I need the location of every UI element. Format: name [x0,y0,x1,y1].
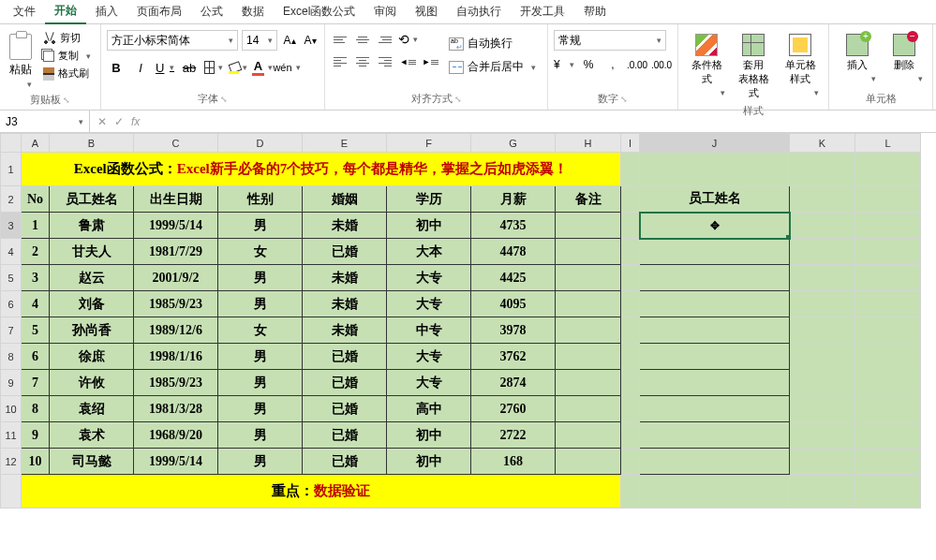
cell-L8[interactable] [855,344,921,370]
row-header-12[interactable]: 12 [1,449,22,475]
cell-K11[interactable] [790,422,855,449]
cell-I4[interactable] [621,239,640,265]
delete-cells-button[interactable]: 删除▾ [882,30,927,87]
cell-G3[interactable]: 4735 [471,213,556,239]
cell-I10[interactable] [621,396,640,422]
border-button[interactable]: ▾ [204,58,223,77]
align-center-button[interactable] [353,52,372,71]
cell-J6[interactable] [640,291,790,317]
cell-E7[interactable]: 未婚 [303,317,387,344]
cell-B10[interactable]: 袁绍 [50,396,134,422]
cell-G5[interactable]: 4425 [471,265,556,291]
col-header-K[interactable]: K [790,134,855,153]
row-header-4[interactable]: 4 [1,239,22,265]
strike-button[interactable]: ab [180,58,199,77]
col-header-D[interactable]: D [218,134,303,153]
col-header-C[interactable]: C [134,134,218,153]
cell-C7[interactable]: 1989/12/6 [134,317,218,344]
align-left-button[interactable] [331,52,349,71]
cell-C6[interactable]: 1985/9/23 [134,291,218,317]
cell-L2[interactable] [855,186,921,213]
cell-L13[interactable] [855,475,921,508]
tab-excel-fn[interactable]: Excel函数公式 [274,0,364,23]
cell-H3[interactable] [556,213,621,239]
cell-J10[interactable] [640,396,790,422]
col-header-L[interactable]: L [855,134,921,153]
cell-H4[interactable] [556,239,621,265]
font-size-select[interactable]: 14▾ [242,30,277,51]
tab-insert[interactable]: 插入 [86,0,127,23]
col-header-J[interactable]: J [640,134,790,153]
cell-D11[interactable]: 男 [218,422,303,449]
cell-I5[interactable] [621,265,640,291]
decrease-decimal-button[interactable]: .00.0 [651,54,672,75]
cell-J5[interactable] [640,265,790,291]
cell-F6[interactable]: 大专 [387,291,471,317]
cell-B5[interactable]: 赵云 [50,265,134,291]
hdr-no[interactable]: No [22,186,50,213]
cell-I12[interactable] [621,449,640,475]
format-painter-button[interactable]: 格式刷 [39,66,95,81]
hdr-name[interactable]: 员工姓名 [50,186,134,213]
cell-F10[interactable]: 高中 [387,396,471,422]
row-header-6[interactable]: 6 [1,291,22,317]
font-name-select[interactable]: 方正小标宋简体▾ [107,30,238,51]
cell-D12[interactable]: 男 [218,449,303,475]
cell-L4[interactable] [855,239,921,265]
cell-D3[interactable]: 男 [218,213,303,239]
accounting-button[interactable]: ¥▾ [554,54,574,75]
cell-A7[interactable]: 5 [22,317,50,344]
cell-L3[interactable] [855,213,921,239]
hdr-birth[interactable]: 出生日期 [134,186,218,213]
dialog-launcher-icon[interactable]: ⤡ [454,95,462,104]
cell-B8[interactable]: 徐庶 [50,344,134,370]
cell-B3[interactable]: 鲁肃 [50,213,134,239]
keypoint-cell[interactable]: 重点：数据验证 [22,475,621,508]
cell-I13[interactable] [621,475,640,508]
cell-C4[interactable]: 1981/7/29 [134,239,218,265]
cell-K8[interactable] [790,344,855,370]
cell-G11[interactable]: 2722 [471,422,556,449]
col-header-G[interactable]: G [471,134,556,153]
cell-J9[interactable] [640,370,790,396]
cell-A10[interactable]: 8 [22,396,50,422]
worksheet[interactable]: ABCDEFGHIJKL1 Excel函数公式：Excel新手必备的7个技巧，每… [0,133,936,560]
cell-K2[interactable] [790,186,855,213]
cell-I6[interactable] [621,291,640,317]
cell-B12[interactable]: 司马懿 [50,449,134,475]
fill-color-button[interactable]: ▾ [229,58,247,77]
hdr-salary[interactable]: 月薪 [471,186,556,213]
cell-I1[interactable] [621,153,640,186]
cell-D8[interactable]: 男 [218,344,303,370]
cell-C5[interactable]: 2001/9/2 [134,265,218,291]
cell-H11[interactable] [556,422,621,449]
cell-A11[interactable]: 9 [22,422,50,449]
cell-C12[interactable]: 1999/5/14 [134,449,218,475]
cell-E10[interactable]: 已婚 [303,396,387,422]
cell-F5[interactable]: 大专 [387,265,471,291]
col-header-B[interactable]: B [50,134,134,153]
tab-layout[interactable]: 页面布局 [127,0,191,23]
cell-K9[interactable] [790,370,855,396]
comma-button[interactable]: , [602,54,623,75]
cell-E11[interactable]: 已婚 [303,422,387,449]
col-header-F[interactable]: F [387,134,471,153]
cell-G6[interactable]: 4095 [471,291,556,317]
tab-auto[interactable]: 自动执行 [447,0,511,23]
font-color-button[interactable]: A▾ [253,58,272,77]
cell-D4[interactable]: 女 [218,239,303,265]
cell-C8[interactable]: 1998/1/16 [134,344,218,370]
cell-A12[interactable]: 10 [22,449,50,475]
col-header-H[interactable]: H [556,134,621,153]
dialog-launcher-icon[interactable]: ⤡ [620,95,628,104]
copy-button[interactable]: 复制▾ [39,48,95,64]
tab-data[interactable]: 数据 [232,0,274,23]
cell-B11[interactable]: 袁术 [50,422,134,449]
cell-D9[interactable]: 男 [218,370,303,396]
cell-B6[interactable]: 刘备 [50,291,134,317]
cell-styles-button[interactable]: 单元格样式▾ [778,30,823,101]
row-header-9[interactable]: 9 [1,370,22,396]
cell-A5[interactable]: 3 [22,265,50,291]
cell-H12[interactable] [556,449,621,475]
cell-H7[interactable] [556,317,621,344]
